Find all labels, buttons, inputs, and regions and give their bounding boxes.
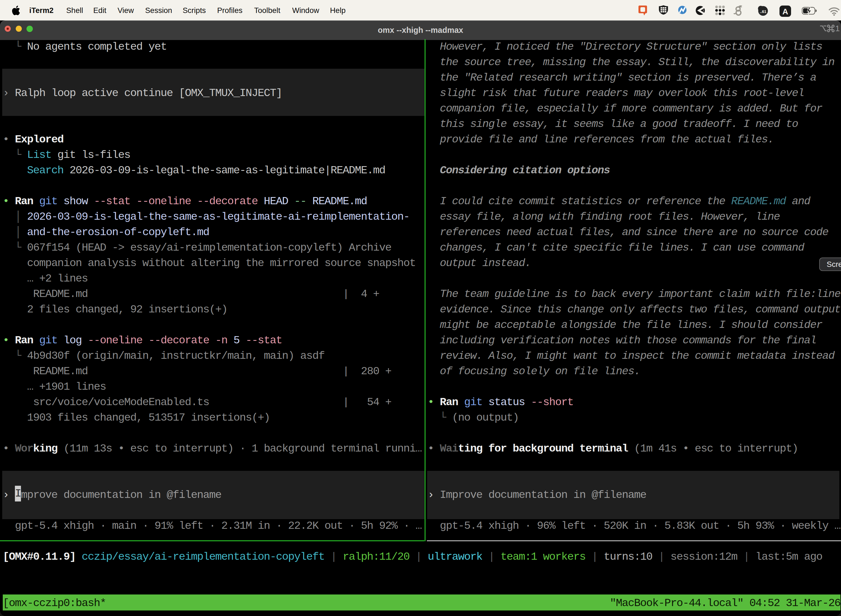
svg-text:1: 1 xyxy=(835,24,840,33)
svg-text:..61: ..61 xyxy=(760,9,766,14)
